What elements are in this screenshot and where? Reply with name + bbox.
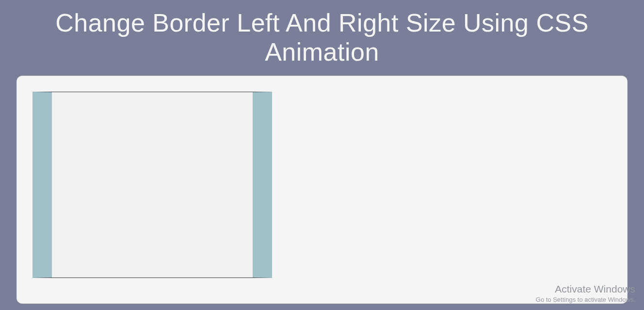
demo-container bbox=[16, 76, 628, 304]
page-title: Change Border Left And Right Size Using … bbox=[0, 0, 644, 67]
animated-border-box bbox=[32, 92, 272, 278]
